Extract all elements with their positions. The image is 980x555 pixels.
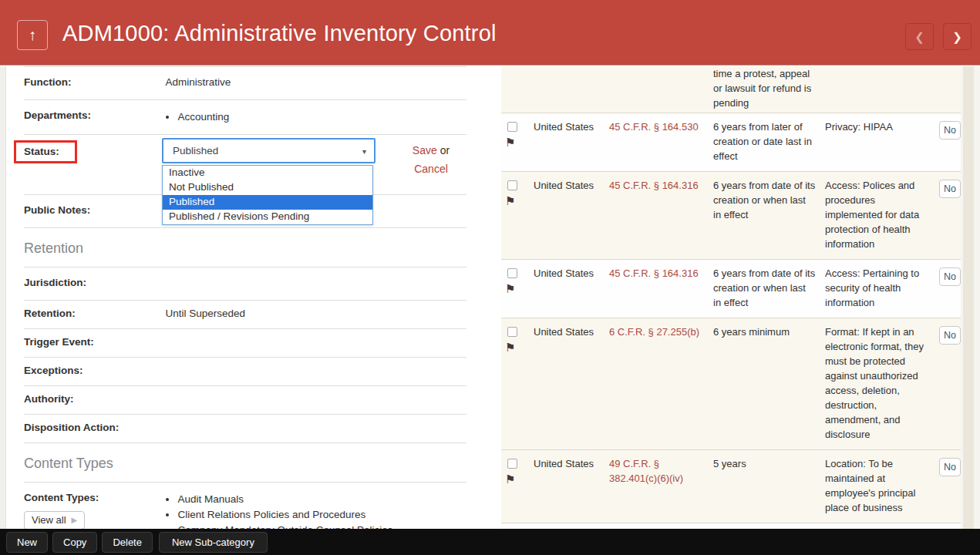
new-sub-category-button[interactable]: New Sub-category [159, 532, 268, 553]
content-types-list: Audit Manuals Client Relations Policies … [177, 492, 392, 529]
citation-retention: 6 years from date of its creation or whe… [713, 178, 825, 251]
retention-label: Retention: [24, 308, 162, 319]
retention-value: Until Superseded [165, 308, 245, 319]
main-content: Function: Administrative Departments: Ac… [0, 66, 980, 529]
up-arrow-button[interactable]: ↑ [17, 20, 48, 50]
citation-row: ⚑ United States 45 C.F.R. § 164.530 6 ye… [501, 113, 961, 172]
disposition-action-field: Disposition Action: [24, 415, 466, 443]
citation-retention: time a protest, appeal or lawsuit for re… [713, 66, 825, 110]
citation-description: Format: If kept in an electronic format,… [825, 325, 939, 442]
citation-jurisdiction: United States [534, 456, 609, 515]
citation-row: ⚑ United States 29 C.F.R. § 825.500(c)(5… [501, 523, 961, 529]
exclude-no-button[interactable]: No [939, 326, 961, 345]
citation-description: Access: Pertaining to security of health… [825, 266, 939, 310]
status-label: Status: [24, 146, 59, 157]
retention-field: Retention: Until Superseded [24, 301, 466, 329]
exceptions-field: Exceptions: [24, 358, 466, 386]
exclude-no-button[interactable]: No [939, 458, 961, 476]
delete-button[interactable]: Delete [102, 532, 153, 553]
department-item: Accounting [177, 109, 229, 125]
table-scrollbar[interactable] [961, 66, 980, 529]
flag-icon[interactable]: ⚑ [505, 474, 515, 484]
flag-icon[interactable]: ⚑ [505, 196, 515, 206]
authority-field: Authority: [24, 386, 466, 415]
status-option-published-revisions-pending[interactable]: Published / Revisions Pending [163, 210, 372, 224]
row-checkbox[interactable] [507, 180, 517, 190]
new-button[interactable]: New [6, 532, 48, 553]
table-scrollbar-track[interactable] [963, 66, 974, 529]
flag-icon[interactable]: ⚑ [505, 284, 515, 294]
exclude-no-button[interactable]: No [939, 121, 961, 140]
up-arrow-icon: ↑ [29, 26, 36, 44]
content-type-item: Audit Manuals [177, 492, 392, 507]
citation-description: Location: To be maintained at employee's… [825, 456, 939, 515]
or-text: or [440, 144, 450, 156]
citation-link[interactable]: 49 C.F.R. § 382.401(c)(6)(iv) [609, 456, 713, 515]
jurisdiction-field: Jurisdiction: [24, 267, 466, 301]
jurisdiction-label: Jurisdiction: [24, 277, 162, 288]
content-types-section-title: Content Types [24, 456, 113, 471]
citation-row: time a protest, appeal or lawsuit for re… [501, 66, 961, 113]
chevron-down-icon: ▾ [362, 147, 366, 156]
trigger-event-field: Trigger Event: [24, 329, 466, 358]
content-types-section: Content Types [24, 443, 466, 483]
trigger-event-label: Trigger Event: [24, 336, 162, 348]
citation-link[interactable]: 45 C.F.R. § 164.316 [609, 178, 713, 251]
citation-jurisdiction: United States [534, 119, 609, 163]
next-record-button[interactable]: ❯ [943, 23, 972, 50]
status-option-published[interactable]: Published [163, 195, 372, 210]
citation-retention: 5 years [713, 456, 825, 515]
status-selected-value: Published [173, 145, 218, 156]
triangle-right-icon: ▶ [72, 516, 78, 524]
citation-retention: 6 years from date of its creation or whe… [713, 266, 825, 310]
status-options-list: Inactive Not Published Published Publish… [162, 165, 373, 225]
citation-description: Access: Polices and procedures implement… [825, 178, 939, 251]
status-option-inactive[interactable]: Inactive [163, 166, 372, 180]
authority-label: Authority: [24, 393, 162, 405]
chevron-right-icon: ❯ [952, 30, 962, 44]
citation-row: ⚑ United States 6 C.F.R. § 27.255(b) 6 y… [501, 318, 961, 450]
exceptions-label: Exceptions: [24, 365, 162, 376]
row-checkbox[interactable] [507, 122, 517, 132]
retention-section: Retention [24, 228, 466, 267]
details-panel: Function: Administrative Departments: Ac… [7, 66, 470, 529]
flag-icon[interactable]: ⚑ [505, 137, 515, 147]
save-link[interactable]: Save [413, 144, 437, 156]
app-header: ↑ ADM1000: Administrative Inventory Cont… [0, 0, 980, 66]
page-title: ADM1000: Administrative Inventory Contro… [62, 21, 497, 46]
disposition-action-label: Disposition Action: [24, 422, 162, 433]
copy-button[interactable]: Copy [52, 532, 97, 553]
citation-link[interactable]: 45 C.F.R. § 164.530 [609, 119, 713, 163]
row-checkbox[interactable] [507, 327, 517, 337]
citation-jurisdiction: United States [534, 325, 609, 442]
citations-table: time a protest, appeal or lawsuit for re… [501, 66, 961, 529]
citation-jurisdiction: United States [534, 266, 609, 310]
cancel-link[interactable]: Cancel [414, 163, 448, 175]
status-option-not-published[interactable]: Not Published [163, 180, 372, 195]
exclude-no-button[interactable]: No [939, 180, 961, 198]
previous-record-button[interactable]: ❮ [905, 23, 934, 50]
row-checkbox[interactable] [507, 268, 517, 278]
retention-section-title: Retention [24, 240, 83, 256]
citation-link[interactable]: 6 C.F.R. § 27.255(b) [609, 325, 713, 442]
function-value: Administrative [165, 76, 231, 88]
view-all-label: View all [32, 514, 66, 526]
status-annotation-box: Status: [14, 140, 77, 163]
public-notes-label: Public Notes: [24, 204, 162, 216]
departments-field: Departments: Accounting [24, 100, 466, 135]
left-scrollbar[interactable] [0, 66, 6, 529]
citation-link[interactable]: 45 C.F.R. § 164.316 [609, 266, 713, 310]
content-type-item: Company Mandatory Outside Counsel Polici… [177, 523, 392, 529]
view-all-button[interactable]: View all ▶ [24, 511, 85, 529]
flag-icon[interactable]: ⚑ [505, 342, 515, 352]
function-label: Function: [24, 76, 162, 88]
citation-jurisdiction: United States [534, 178, 609, 251]
status-select[interactable]: Published ▾ [162, 138, 375, 163]
departments-label: Departments: [24, 109, 162, 121]
departments-list: Accounting [177, 109, 229, 125]
row-checkbox[interactable] [507, 459, 517, 469]
citation-row: ⚑ United States 45 C.F.R. § 164.316 6 ye… [501, 260, 961, 318]
status-field: Status: Published ▾ Inactive Not Publish… [24, 135, 466, 195]
exclude-no-button[interactable]: No [939, 267, 961, 286]
function-field: Function: Administrative [24, 66, 466, 100]
